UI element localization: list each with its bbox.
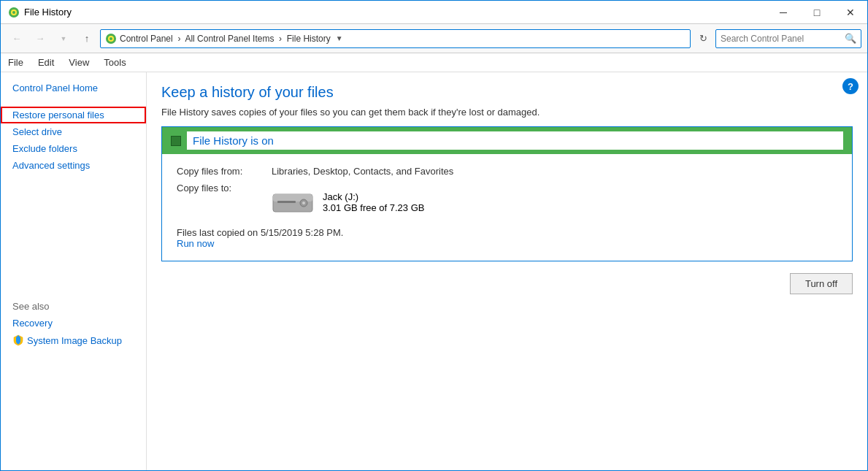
menu-edit[interactable]: Edit	[31, 55, 61, 69]
menu-view[interactable]: View	[61, 55, 96, 69]
up-button[interactable]: ↑	[77, 29, 97, 48]
sidebar-see-also-label: See also	[1, 298, 146, 315]
sidebar: Control Panel Home Restore personal file…	[1, 72, 147, 470]
status-header: File History is on	[162, 127, 852, 154]
svg-point-2	[12, 11, 15, 14]
sidebar-advanced-settings[interactable]: Advanced settings	[1, 157, 146, 174]
shield-icon	[12, 334, 24, 346]
status-box: File History is on Copy files from: Libr…	[161, 126, 853, 261]
page-heading: Keep a history of your files	[161, 84, 853, 101]
drive-info: Jack (J:) 3.01 GB free of 7.23 GB	[272, 185, 424, 218]
menubar: File Edit View Tools	[1, 53, 867, 72]
copy-files-to-row: Copy files to:	[177, 183, 837, 218]
titlebar: File History ─ □ ✕	[1, 1, 867, 24]
maximize-button[interactable]: □	[800, 1, 834, 24]
turn-off-button[interactable]: Turn off	[790, 273, 853, 294]
svg-rect-10	[277, 201, 296, 203]
breadcrumb-text: Control Panel › All Control Panel Items …	[120, 34, 331, 44]
search-input[interactable]	[721, 34, 845, 44]
actions-row: Turn off	[161, 273, 853, 294]
svg-point-5	[110, 37, 112, 40]
breadcrumb-icon	[105, 33, 117, 45]
search-icon: 🔍	[845, 33, 856, 44]
sidebar-exclude-folders[interactable]: Exclude folders	[1, 140, 146, 157]
breadcrumb-dropdown-button[interactable]: ▼	[331, 29, 348, 48]
minimize-button[interactable]: ─	[767, 1, 800, 24]
system-image-backup-label: System Image Backup	[27, 335, 122, 346]
sidebar-select-drive[interactable]: Select drive	[1, 123, 146, 140]
sidebar-restore-personal-files[interactable]: Restore personal files	[1, 107, 146, 123]
menu-file[interactable]: File	[1, 55, 31, 69]
drive-space: 3.01 GB free of 7.23 GB	[323, 202, 424, 213]
copy-from-label: Copy files from:	[177, 166, 272, 177]
forward-button[interactable]: →	[30, 29, 50, 48]
window-title: File History	[24, 7, 72, 18]
status-on-indicator	[171, 136, 181, 146]
help-button[interactable]: ?	[842, 78, 859, 94]
addressbar: ← → ▼ ↑ Control Panel › All Control Pane…	[1, 24, 867, 53]
copy-to-label: Copy files to:	[177, 183, 272, 218]
sidebar-system-image-backup[interactable]: System Image Backup	[1, 332, 146, 349]
main-area: Control Panel Home Restore personal file…	[1, 72, 867, 470]
files-last-copied: Files last copied on 5/15/2019 5:28 PM. …	[177, 227, 837, 249]
close-button[interactable]: ✕	[834, 1, 867, 24]
app-icon	[8, 7, 20, 18]
copy-files-from-row: Copy files from: Libraries, Desktop, Con…	[177, 166, 837, 177]
run-now-link[interactable]: Run now	[177, 238, 214, 249]
menu-tools[interactable]: Tools	[96, 55, 133, 69]
status-body: Copy files from: Libraries, Desktop, Con…	[162, 154, 852, 261]
search-bar: 🔍	[715, 29, 861, 48]
back-button[interactable]: ←	[7, 29, 27, 48]
breadcrumb-bar[interactable]: Control Panel › All Control Panel Items …	[100, 29, 691, 48]
page-description: File History saves copies of your files …	[161, 107, 853, 118]
window: File History ─ □ ✕ ← → ▼ ↑ Control Panel…	[0, 0, 868, 471]
drive-name: Jack (J:)	[323, 191, 424, 202]
status-header-text: File History is on	[187, 131, 843, 150]
drive-details: Jack (J:) 3.01 GB free of 7.23 GB	[323, 191, 424, 213]
svg-point-9	[302, 202, 305, 204]
sidebar-control-panel-home[interactable]: Control Panel Home	[1, 80, 146, 96]
recent-locations-button[interactable]: ▼	[53, 29, 74, 48]
drive-icon	[272, 188, 314, 216]
copy-from-value: Libraries, Desktop, Contacts, and Favori…	[272, 166, 453, 177]
sidebar-recovery[interactable]: Recovery	[1, 315, 146, 332]
content-area: ? Keep a history of your files File Hist…	[147, 72, 867, 470]
window-controls: ─ □ ✕	[767, 1, 867, 24]
refresh-button[interactable]: ↻	[694, 29, 713, 48]
